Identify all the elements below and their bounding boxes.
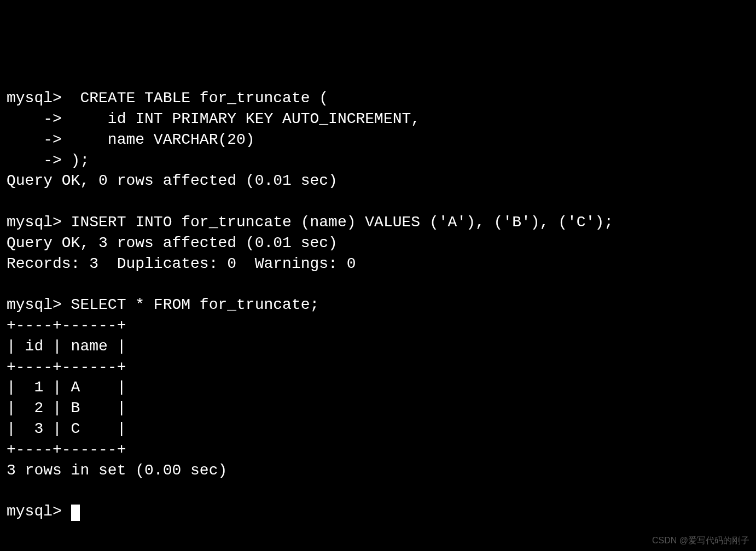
- terminal-line: Records: 3 Duplicates: 0 Warnings: 0: [7, 255, 356, 272]
- terminal-output[interactable]: mysql> CREATE TABLE for_truncate ( -> id…: [7, 88, 749, 522]
- terminal-line: | 1 | A |: [7, 379, 126, 396]
- terminal-line: -> id INT PRIMARY KEY AUTO_INCREMENT,: [7, 110, 420, 127]
- cursor-icon: [71, 505, 80, 521]
- terminal-line: +----+------+: [7, 317, 126, 334]
- watermark-text: CSDN @爱写代码的刚子: [652, 535, 749, 547]
- terminal-line: mysql> INSERT INTO for_truncate (name) V…: [7, 214, 613, 231]
- terminal-line: +----+------+: [7, 441, 126, 458]
- terminal-line: 3 rows in set (0.00 sec): [7, 462, 227, 479]
- terminal-line: mysql> SELECT * FROM for_truncate;: [7, 296, 319, 313]
- terminal-line: -> );: [7, 152, 89, 169]
- terminal-line: mysql> CREATE TABLE for_truncate (: [7, 90, 328, 107]
- terminal-prompt: mysql>: [7, 503, 71, 520]
- terminal-line: -> name VARCHAR(20): [7, 131, 255, 148]
- terminal-line: | id | name |: [7, 338, 126, 355]
- terminal-line: Query OK, 0 rows affected (0.01 sec): [7, 172, 338, 189]
- terminal-line: +----+------+: [7, 359, 126, 376]
- terminal-line: | 3 | C |: [7, 420, 126, 437]
- terminal-line: Query OK, 3 rows affected (0.01 sec): [7, 235, 338, 251]
- terminal-line: | 2 | B |: [7, 400, 126, 417]
